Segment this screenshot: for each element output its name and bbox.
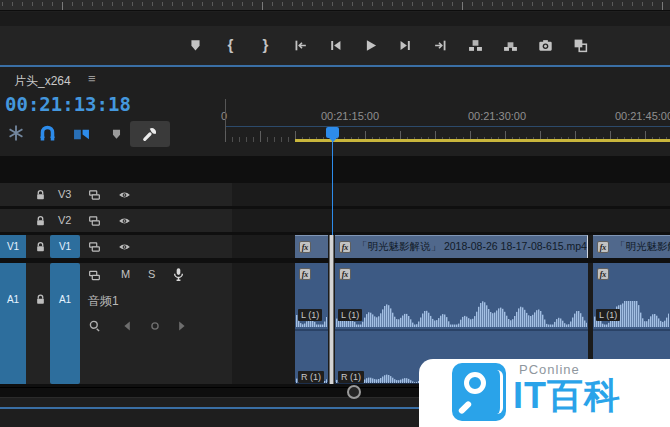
svg-text:{: { — [228, 38, 234, 53]
extract-button[interactable] — [503, 38, 518, 53]
playhead-line — [332, 140, 333, 235]
play-button[interactable] — [363, 38, 378, 53]
fx-badge: fx — [339, 241, 351, 253]
go-to-out-button[interactable] — [433, 38, 448, 53]
timeline-settings-wrench-icon — [142, 126, 158, 142]
track-label: V2 — [58, 209, 71, 232]
add-marker-button[interactable] — [188, 38, 203, 53]
track-lane-v3[interactable] — [232, 183, 670, 206]
step-forward-button[interactable] — [398, 38, 413, 53]
nest-sequences-icon[interactable] — [7, 124, 25, 142]
sync-lock-icon[interactable] — [88, 214, 101, 227]
add-keyframe-icon[interactable] — [148, 319, 162, 333]
lock-icon[interactable] — [34, 240, 47, 253]
watermark-logo — [452, 363, 506, 421]
playhead-notch — [329, 138, 337, 142]
fx-badge: fx — [299, 241, 311, 253]
fx-badge: fx — [597, 268, 609, 280]
step-forward-icon — [398, 38, 413, 53]
timeline-settings-button[interactable] — [130, 121, 170, 147]
audio-waveform — [336, 301, 587, 327]
sequence-tab[interactable]: 片头_x264 — [14, 73, 71, 90]
lift-button[interactable] — [468, 38, 483, 53]
eye-icon[interactable] — [118, 240, 131, 253]
comparison-view-icon — [573, 38, 588, 53]
step-back-button[interactable] — [328, 38, 343, 53]
go-to-out-icon — [433, 38, 448, 53]
magnifier-handle — [458, 400, 473, 415]
go-to-in-button[interactable] — [293, 38, 308, 53]
step-back-icon — [328, 38, 343, 53]
panel-focus-border — [0, 65, 670, 67]
track-lane-v2[interactable] — [232, 209, 670, 232]
program-monitor-lower-strip — [0, 12, 670, 26]
playhead-clip-bar — [329, 235, 334, 384]
sync-lock-icon[interactable] — [88, 188, 101, 201]
channel-label-left: L (1) — [596, 309, 620, 321]
track-header-v2: V2 — [0, 209, 232, 232]
go-to-in-icon — [293, 38, 308, 53]
logo-page-curl — [495, 370, 503, 414]
solo-button[interactable]: S — [148, 268, 155, 280]
mark-out-icon: } — [258, 38, 273, 53]
program-monitor-transport-bar: {} — [0, 26, 670, 65]
sync-lock-icon[interactable] — [88, 269, 101, 282]
scrollbar-handle[interactable] — [347, 385, 361, 399]
export-frame-icon — [538, 38, 553, 53]
video-clip[interactable]: fx — [295, 235, 328, 258]
next-keyframe-icon[interactable] — [175, 319, 189, 333]
track-name: 音频1 — [88, 293, 119, 310]
mark-out-button[interactable]: } — [258, 38, 273, 53]
ruler-inout-line — [226, 126, 670, 127]
linked-selection-icon[interactable] — [72, 125, 91, 144]
eye-icon[interactable] — [118, 214, 131, 227]
fx-badge: fx — [339, 268, 351, 280]
ruler-label: 00:21:30:00 — [468, 110, 526, 122]
snap-icon[interactable] — [38, 124, 57, 143]
video-clip[interactable]: fx 「明光魅影解说」 2018-08-26 18-17-08-615.mp4 … — [335, 235, 588, 258]
export-frame-button[interactable] — [538, 38, 553, 53]
channel-label-left: L (1) — [338, 309, 362, 321]
video-track-v3: V3 — [0, 183, 670, 206]
eye-icon[interactable] — [118, 188, 131, 201]
mute-button[interactable]: M — [121, 268, 130, 280]
pen-keyframe-icon[interactable] — [88, 319, 102, 333]
lock-icon[interactable] — [34, 214, 47, 227]
mark-in-button[interactable]: { — [223, 38, 238, 53]
track-label: V3 — [58, 183, 71, 206]
source-patch-a1[interactable]: A1 — [0, 263, 26, 384]
track-target-v1[interactable]: V1 — [50, 235, 80, 258]
playhead-handle[interactable] — [326, 127, 339, 138]
prev-keyframe-icon[interactable] — [120, 319, 134, 333]
video-clip[interactable]: fx 「明光魅影解说」 2018-08-26 18-17-08-615.mp4 … — [593, 235, 670, 258]
lock-icon[interactable] — [34, 293, 47, 306]
panel-menu-icon[interactable]: ≡ — [88, 71, 96, 86]
watermark: PConline IT百科 — [419, 359, 670, 427]
fx-badge: fx — [299, 268, 311, 280]
svg-text:}: } — [263, 38, 269, 53]
play-icon — [363, 38, 378, 53]
source-patch-v1[interactable]: V1 — [0, 235, 26, 258]
ruler-label: 00:21:45:00 — [615, 110, 670, 122]
lock-icon[interactable] — [34, 188, 47, 201]
add-marker-icon — [188, 38, 203, 53]
comparison-view-button[interactable] — [573, 38, 588, 53]
video-track-v2: V2 — [0, 209, 670, 232]
channel-divider — [295, 329, 328, 331]
playhead-timecode[interactable]: 00:21:13:18 — [5, 93, 131, 115]
magnifier-icon — [464, 372, 486, 394]
add-marker-icon[interactable] — [110, 128, 123, 141]
audio-clip[interactable]: fx L (1) R (1) — [295, 263, 328, 384]
track-header-a1: A1 A1 M S 音频1 — [0, 263, 232, 384]
program-monitor-mini-ruler[interactable] — [0, 0, 670, 11]
extract-icon — [503, 38, 518, 53]
track-target-a1[interactable]: A1 — [50, 263, 80, 384]
channel-divider — [593, 329, 670, 331]
sync-lock-icon[interactable] — [88, 240, 101, 253]
track-header-v3: V3 — [0, 183, 232, 206]
mic-icon[interactable] — [171, 267, 186, 282]
channel-label-left: L (1) — [298, 309, 322, 321]
ruler-label: 00:21:15:00 — [321, 110, 379, 122]
clip-name: 「明光魅影解说」 2018-08-26 18-17-08-615.mp4 [V] — [357, 236, 587, 257]
work-area-bar[interactable] — [295, 139, 670, 142]
